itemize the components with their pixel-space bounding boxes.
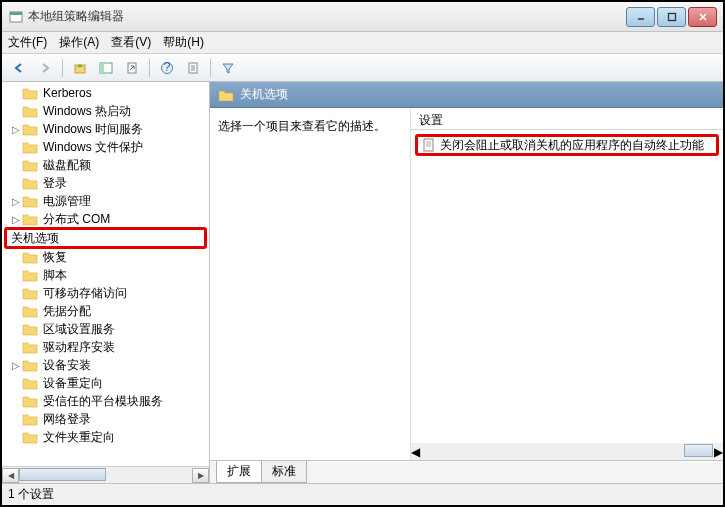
list-horizontal-scrollbar[interactable]: ◀ ▶ [411, 443, 723, 460]
tree-item-label: 分布式 COM [43, 212, 110, 226]
tree-item[interactable]: ▷设备安装 [2, 356, 209, 374]
maximize-button[interactable] [657, 7, 686, 27]
expander-icon[interactable]: ▷ [10, 124, 22, 135]
tree-item-label: 凭据分配 [43, 304, 91, 318]
tree-item[interactable]: 受信任的平台模块服务 [2, 392, 209, 410]
forward-button[interactable] [34, 57, 56, 79]
help-button[interactable]: ? [156, 57, 178, 79]
filter-button[interactable] [217, 57, 239, 79]
menu-action[interactable]: 操作(A) [59, 34, 99, 51]
scroll-track[interactable] [421, 444, 713, 459]
status-bar: 1 个设置 [2, 483, 723, 505]
toolbar-separator [62, 59, 63, 77]
folder-icon [22, 104, 38, 118]
tree-panel: KerberosWindows 热启动▷Windows 时间服务Windows … [2, 82, 210, 483]
tree-item-label: Kerberos [43, 86, 92, 100]
toolbar-separator [149, 59, 150, 77]
description-text: 选择一个项目来查看它的描述。 [218, 119, 386, 133]
folder-icon [22, 286, 38, 300]
title-bar: 本地组策略编辑器 [2, 2, 723, 32]
tree-item[interactable]: ▷分布式 COM [2, 210, 209, 228]
scroll-left-button[interactable]: ◀ [411, 445, 420, 459]
close-button[interactable] [688, 7, 717, 27]
folder-icon [22, 268, 38, 282]
tree-item-label: 设备安装 [43, 358, 91, 372]
scroll-thumb[interactable] [684, 444, 713, 457]
expander-icon[interactable]: ▷ [10, 360, 22, 371]
tree-item[interactable]: 可移动存储访问 [2, 284, 209, 302]
menu-help[interactable]: 帮助(H) [163, 34, 204, 51]
tab-extended[interactable]: 扩展 [216, 461, 262, 483]
folder-icon [22, 86, 38, 100]
expander-icon[interactable]: ▷ [10, 196, 22, 207]
menu-view[interactable]: 查看(V) [111, 34, 151, 51]
up-button[interactable] [69, 57, 91, 79]
tree-item[interactable]: 恢复 [2, 248, 209, 266]
folder-icon [22, 340, 38, 354]
folder-icon [22, 394, 38, 408]
folder-icon [22, 140, 38, 154]
tree-horizontal-scrollbar[interactable]: ◀ ▶ [2, 466, 209, 483]
app-icon [8, 9, 24, 25]
tree-item-label: 驱动程序安装 [43, 340, 115, 354]
tree-item[interactable]: 区域设置服务 [2, 320, 209, 338]
tree-item-label: Windows 文件保护 [43, 140, 143, 154]
show-hide-tree-button[interactable] [95, 57, 117, 79]
tree-item-label: 登录 [43, 176, 67, 190]
scroll-left-button[interactable]: ◀ [2, 468, 19, 483]
status-text: 1 个设置 [8, 486, 54, 503]
description-pane: 选择一个项目来查看它的描述。 [210, 108, 410, 460]
folder-icon [22, 122, 38, 136]
svg-rect-3 [668, 13, 675, 20]
details-panel: 关机选项 选择一个项目来查看它的描述。 设置 关闭会阻止或取消关机的应用程序的自… [210, 82, 723, 483]
scroll-track[interactable] [19, 468, 192, 483]
svg-rect-16 [424, 139, 433, 151]
setting-label: 关闭会阻止或取消关机的应用程序的自动终止功能 [440, 137, 704, 154]
back-button[interactable] [8, 57, 30, 79]
tree-item[interactable]: ▷电源管理 [2, 192, 209, 210]
tree-item[interactable]: 磁盘配额 [2, 156, 209, 174]
expander-icon[interactable]: ▷ [10, 214, 22, 225]
tree-item[interactable]: 驱动程序安装 [2, 338, 209, 356]
svg-rect-8 [100, 63, 104, 73]
folder-icon [22, 176, 38, 190]
tree-item-label: 受信任的平台模块服务 [43, 394, 163, 408]
tree-item-label: 区域设置服务 [43, 322, 115, 336]
tree-item[interactable]: ▷Windows 时间服务 [2, 120, 209, 138]
tree-item[interactable]: Kerberos [2, 84, 209, 102]
tree-item[interactable]: 设备重定向 [2, 374, 209, 392]
folder-icon [22, 376, 38, 390]
scroll-thumb[interactable] [19, 468, 106, 481]
settings-list: 关闭会阻止或取消关机的应用程序的自动终止功能 [411, 130, 723, 443]
tab-standard[interactable]: 标准 [261, 461, 307, 483]
minimize-button[interactable] [626, 7, 655, 27]
window-title: 本地组策略编辑器 [28, 8, 626, 25]
folder-icon [22, 250, 38, 264]
menu-file[interactable]: 文件(F) [8, 34, 47, 51]
toolbar-separator [210, 59, 211, 77]
tree-item[interactable]: 脚本 [2, 266, 209, 284]
tab-bar: 扩展 标准 [210, 461, 723, 483]
folder-icon [22, 430, 38, 444]
tree-item[interactable]: 文件夹重定向 [2, 428, 209, 446]
tree-item[interactable]: 凭据分配 [2, 302, 209, 320]
properties-button[interactable] [182, 57, 204, 79]
tree-item-label: 关机选项 [11, 231, 59, 245]
tree-item[interactable]: Windows 热启动 [2, 102, 209, 120]
scroll-right-button[interactable]: ▶ [714, 445, 723, 459]
tree-item-label: 文件夹重定向 [43, 430, 115, 444]
scroll-right-button[interactable]: ▶ [192, 468, 209, 483]
export-button[interactable] [121, 57, 143, 79]
folder-icon [22, 304, 38, 318]
column-header-setting[interactable]: 设置 [411, 108, 723, 130]
tree-view[interactable]: KerberosWindows 热启动▷Windows 时间服务Windows … [2, 82, 209, 466]
tree-item[interactable]: 网络登录 [2, 410, 209, 428]
tree-item-selected[interactable]: 关机选项 [4, 227, 207, 249]
tree-item-label: 脚本 [43, 268, 67, 282]
tree-item-label: 可移动存储访问 [43, 286, 127, 300]
tree-item[interactable]: Windows 文件保护 [2, 138, 209, 156]
tree-item[interactable]: 登录 [2, 174, 209, 192]
setting-item[interactable]: 关闭会阻止或取消关机的应用程序的自动终止功能 [415, 134, 719, 156]
folder-icon [22, 412, 38, 426]
folder-icon [218, 88, 234, 102]
